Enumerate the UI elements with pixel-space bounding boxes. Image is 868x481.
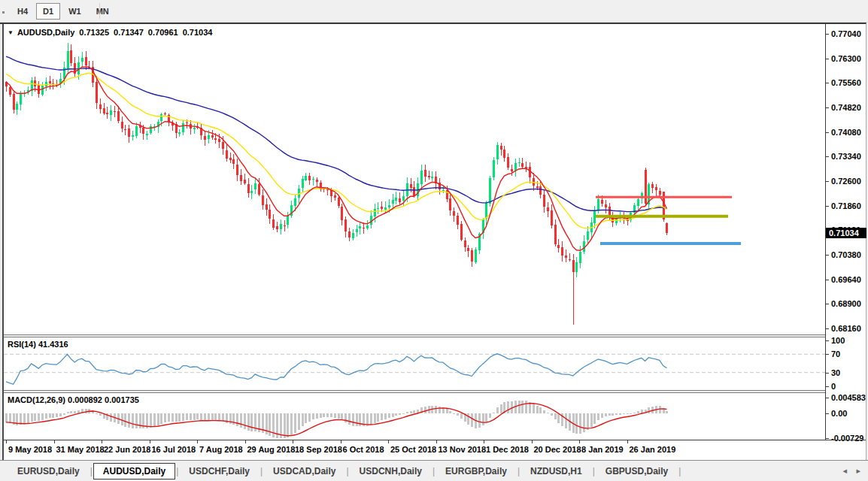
top-toolbar: H4D1W1MN — [0, 0, 868, 23]
macd-axis-label: -0.00729 — [831, 434, 863, 443]
date-label: 18 Sep 2018 — [295, 445, 342, 454]
price-tick — [826, 304, 829, 304]
price-tick — [826, 181, 829, 182]
chart-tab-eurusd[interactable]: EURUSD,Daily — [8, 463, 90, 479]
macd-indicator-label: MACD(12,26,9) 0.000892 0.001735 — [8, 395, 139, 404]
rsi-indicator-label: RSI(14) 41.4316 — [8, 340, 68, 349]
date-label: 26 Jan 2019 — [630, 445, 676, 454]
date-tick — [150, 440, 150, 443]
date-label: 1 Dec 2018 — [486, 445, 529, 454]
rsi-tick — [826, 373, 829, 374]
price-tick — [826, 83, 829, 83]
date-label: 8 Jan 2019 — [581, 445, 624, 454]
price-tick — [826, 132, 829, 133]
price-tick — [826, 328, 829, 329]
date-label: 7 Aug 2018 — [199, 445, 243, 454]
rsi-axis-label: 100 — [831, 336, 845, 345]
date-tick — [436, 440, 437, 443]
symbol-dropdown-icon[interactable]: ▼ — [8, 29, 14, 36]
price-axis[interactable]: 0.770400.763000.755600.748200.740800.733… — [825, 24, 866, 440]
date-label: 6 Oct 2018 — [343, 445, 384, 454]
date-axis[interactable]: 9 May 201831 May 201822 Jun 201816 Jul 2… — [4, 440, 825, 461]
tab-scroll-right-icon[interactable]: ▸ — [856, 466, 860, 476]
ohlc-high: 0.71347 — [114, 28, 144, 37]
chart-tab-usdcnh[interactable]: USDCNH,Daily — [350, 463, 432, 479]
tab-separator: | — [593, 466, 595, 476]
ohlc-open: 0.71325 — [79, 28, 109, 37]
timeframe-d1-button[interactable]: D1 — [36, 3, 60, 20]
chart-tab-audusd[interactable]: AUDUSD,Daily — [93, 463, 175, 479]
chart-tab-bar: EURUSD,Daily|AUDUSD,Daily|USDCHF,Daily|U… — [0, 460, 868, 481]
date-tick — [102, 440, 102, 443]
chart-tab-gbpusd[interactable]: GBPUSD,Daily — [596, 463, 678, 479]
chart-tab-nzdusd[interactable]: NZDUSD,H1 — [520, 463, 592, 479]
chart-tab-eurgbp[interactable]: EURGBP,Daily — [436, 463, 517, 479]
date-label: 29 Aug 2018 — [247, 445, 296, 454]
macd-axis-label: 0.004583 — [831, 393, 866, 402]
ohlc-close: 0.71034 — [183, 28, 213, 37]
rsi-axis-label: 30 — [831, 368, 840, 377]
price-axis-label: 0.69640 — [831, 275, 861, 284]
macd-axis-label: 0.00 — [831, 409, 847, 418]
macd-tick — [826, 413, 829, 414]
date-tick — [627, 440, 628, 443]
price-axis-label: 0.70380 — [831, 250, 861, 259]
date-tick — [388, 440, 389, 443]
tab-separator: | — [517, 466, 520, 476]
price-axis-label: 0.73340 — [831, 152, 861, 161]
chart-tab-list: EURUSD,Daily|AUDUSD,Daily|USDCHF,Daily|U… — [8, 461, 681, 481]
date-tick — [54, 440, 55, 443]
date-tick — [6, 440, 7, 443]
ohlc-low: 0.70961 — [148, 28, 178, 37]
timeframe-h4-button[interactable]: H4 — [11, 3, 35, 20]
date-tick — [579, 440, 580, 443]
date-tick — [197, 440, 198, 443]
tab-separator: | — [346, 466, 348, 476]
tab-separator: | — [432, 466, 435, 476]
tab-separator: | — [260, 466, 263, 476]
date-tick — [245, 440, 246, 443]
date-tick — [484, 440, 484, 443]
chart-window: ▼AUDUSD,Daily0.713250.713470.709610.7103… — [0, 23, 866, 460]
price-axis-label: 0.74820 — [831, 103, 861, 112]
rsi-panel-canvas[interactable] — [4, 337, 825, 390]
price-axis-label: 0.77040 — [831, 29, 861, 38]
price-tick — [826, 206, 829, 207]
chart-tab-usdchf[interactable]: USDCHF,Daily — [179, 463, 259, 479]
price-axis-label: 0.72600 — [831, 177, 861, 186]
date-label: 25 Oct 2018 — [390, 445, 436, 454]
rsi-tick — [826, 340, 829, 341]
date-label: 16 Jul 2018 — [152, 445, 196, 454]
date-label: 20 Dec 2018 — [534, 445, 581, 454]
price-axis-label: 0.75560 — [831, 78, 861, 87]
symbol-label: AUDUSD,Daily — [17, 28, 74, 37]
price-tick — [826, 280, 829, 280]
tab-separator: | — [90, 466, 93, 476]
price-tick — [826, 156, 829, 157]
timeframe-mn-button[interactable]: MN — [90, 3, 116, 20]
date-tick — [293, 440, 293, 443]
price-tick — [826, 255, 829, 256]
rsi-axis-label: 70 — [831, 349, 840, 358]
date-tick — [532, 440, 533, 443]
chart-tab-usdcad[interactable]: USDCAD,Daily — [263, 463, 345, 479]
rsi-tick — [826, 354, 829, 355]
price-axis-label: 0.68900 — [831, 299, 861, 308]
price-axis-label: 0.76300 — [831, 54, 861, 63]
toolbar-grip-dot — [2, 11, 5, 14]
rsi-axis-label: 0 — [831, 382, 836, 391]
price-chart-canvas[interactable] — [4, 24, 825, 334]
price-tick — [826, 107, 829, 108]
price-axis-label: 0.74080 — [831, 128, 861, 137]
date-label: 13 Nov 2018 — [439, 445, 487, 454]
date-label: 9 May 2018 — [8, 445, 52, 454]
toolbar-separator — [99, 3, 100, 19]
timeframe-w1-button[interactable]: W1 — [62, 3, 88, 20]
date-label: 31 May 2018 — [56, 445, 105, 454]
tab-scroll-left-icon[interactable]: ◂ — [842, 466, 847, 476]
price-tick — [826, 59, 829, 59]
rsi-tick — [826, 386, 829, 387]
date-label: 22 Jun 2018 — [104, 445, 150, 454]
price-axis-label: 0.71860 — [831, 201, 861, 210]
chart-header: ▼AUDUSD,Daily0.713250.713470.709610.7103… — [8, 28, 212, 37]
